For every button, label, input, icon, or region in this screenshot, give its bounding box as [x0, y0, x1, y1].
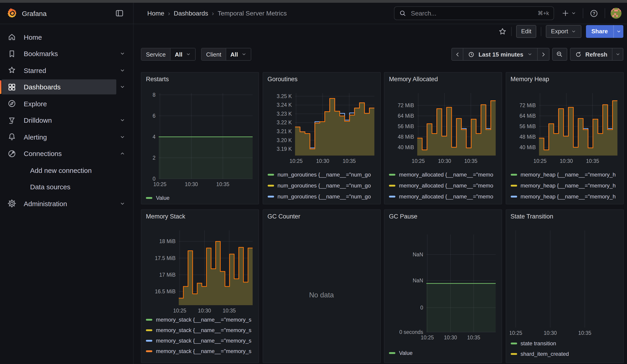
y-axis-label: 0	[153, 176, 156, 182]
x-axis-label: 10:35	[216, 181, 230, 187]
legend-item[interactable]: memory_allocated {__name__="memo	[389, 169, 500, 180]
panel-memory_allocated[interactable]: Memory Allocated72 MiB64 MiB56 MiB48 MiB…	[384, 72, 502, 204]
chart-plot[interactable]: 18 MiB17.5 MiB17 MiB16.5 MiB10:2510:3010…	[145, 223, 256, 317]
chevron-down-icon[interactable]	[119, 117, 125, 123]
help-icon[interactable]: ?	[587, 9, 601, 18]
legend-item[interactable]: num_goroutines {__name__="num_go	[267, 191, 378, 202]
panel-title[interactable]: GC Counter	[263, 210, 380, 220]
window-top-strip	[0, 0, 627, 3]
client-filter-label: Client	[202, 48, 226, 60]
edit-button-label: Edit	[521, 28, 531, 35]
time-range-picker[interactable]: Last 15 minutes	[464, 48, 538, 61]
breadcrumb-dashboards[interactable]: Dashboards	[174, 9, 208, 17]
panel-restarts[interactable]: Restarts8642010:2510:3010:35Value	[141, 72, 259, 204]
panel-gc_counter[interactable]: GC CounterNo data	[262, 209, 380, 363]
legend-item[interactable]: memory_allocated {__name__="memo	[389, 180, 500, 191]
legend-item[interactable]: Value	[146, 193, 257, 204]
sidebar-toggle-icon[interactable]	[112, 9, 127, 18]
legend-item[interactable]: Value	[389, 348, 500, 359]
add-button[interactable]	[559, 9, 579, 17]
chart-plot[interactable]: 3.25 K3.24 K3.23 K3.22 K3.21 K3.20 K3.19…	[266, 85, 377, 167]
search-input[interactable]	[410, 9, 534, 17]
sidebar-item-drilldown[interactable]: Drilldown	[0, 112, 133, 129]
x-axis-label: 10:30	[316, 158, 329, 164]
share-dropdown-caret[interactable]	[613, 25, 623, 38]
grafana-logo[interactable]	[7, 8, 17, 18]
legend-item[interactable]: num_goroutines {__name__="num_go	[267, 202, 378, 204]
legend-label: state transition	[521, 340, 556, 346]
search-box[interactable]: ⌘+k	[394, 6, 554, 20]
panel-title[interactable]: Memory Stack	[141, 210, 259, 220]
service-filter-value[interactable]: All	[171, 48, 195, 60]
chart-plot[interactable]: 72 MiB64 MiB56 MiB48 MiB40 MiB10:2510:30…	[388, 85, 499, 167]
y-axis-label: 3.22 K	[277, 119, 292, 125]
legend-item[interactable]: shard_item_created	[511, 349, 621, 359]
export-button[interactable]: Export	[546, 25, 581, 38]
chevron-down-icon[interactable]	[119, 201, 125, 207]
sidebar-item-explore[interactable]: Explore	[0, 95, 133, 112]
panel-title[interactable]: GC Pause	[384, 210, 502, 220]
edit-button[interactable]: Edit	[516, 25, 536, 38]
legend-item[interactable]: num_goroutines {__name__="num_go	[267, 180, 378, 191]
legend-item[interactable]: memory_heap {__name__="memory_h	[511, 180, 621, 191]
service-filter-label: Service	[141, 48, 171, 60]
sidebar-item-add-new-connection[interactable]: Add new connection	[0, 162, 133, 179]
breadcrumb-home[interactable]: Home	[147, 9, 164, 17]
legend-label: Value	[156, 195, 170, 201]
chart-plot[interactable]: 8642010:2510:3010:35	[145, 85, 256, 191]
panel-title[interactable]: Goroutines	[263, 73, 380, 83]
sidebar-item-bookmarks[interactable]: Bookmarks	[0, 45, 133, 62]
sidebar-item-administration[interactable]: Administration	[0, 195, 133, 212]
chevron-up-icon[interactable]	[119, 151, 125, 157]
chart-plot[interactable]: 10:2510:3010:35	[510, 223, 620, 339]
refresh-button[interactable]: Refresh	[570, 48, 612, 61]
legend-item[interactable]: memory_stack {__name__="memory_s	[146, 325, 257, 335]
sidebar-item-connections[interactable]: Connections	[0, 145, 133, 162]
panel-memory_heap[interactable]: Memory Heap72 MiB64 MiB56 MiB48 MiB40 Mi…	[506, 72, 624, 204]
legend-item[interactable]: memory_stack {__name__="memory_s	[146, 314, 257, 325]
legend-swatch	[146, 329, 152, 331]
client-filter-value[interactable]: All	[226, 48, 251, 60]
chevron-down-icon[interactable]	[119, 51, 125, 57]
legend-item[interactable]: memory_heap {__name__="memory_h	[511, 202, 621, 204]
legend-item[interactable]: num_goroutines {__name__="num_go	[267, 169, 378, 180]
zoom-out-icon[interactable]	[552, 48, 567, 61]
panel-goroutines[interactable]: Goroutines3.25 K3.24 K3.23 K3.22 K3.21 K…	[262, 72, 380, 204]
y-axis-label: 72 MiB	[519, 103, 536, 108]
chevron-down-icon[interactable]	[119, 84, 125, 90]
sidebar-item-data-sources[interactable]: Data sources	[0, 179, 133, 195]
legend-item[interactable]: memory_heap {__name__="memory_h	[511, 191, 621, 202]
time-shift-forward-button[interactable]	[537, 48, 549, 61]
refresh-interval-caret[interactable]	[612, 48, 623, 61]
panel-state_transition[interactable]: State Transition10:2510:3010:35state tra…	[506, 209, 624, 363]
legend-item[interactable]: memory_allocated {__name__="memo	[389, 202, 500, 204]
legend-item[interactable]: memory_heap {__name__="memory_h	[511, 169, 621, 180]
chevron-down-icon[interactable]	[119, 67, 125, 73]
panel-memory_stack[interactable]: Memory Stack18 MiB17.5 MiB17 MiB16.5 MiB…	[141, 209, 259, 363]
legend-swatch	[389, 174, 395, 176]
panel-title[interactable]: State Transition	[506, 210, 623, 220]
sidebar-item-alerting[interactable]: Alerting	[0, 129, 133, 145]
legend-item[interactable]: memory_stack {__name__="memory_s	[146, 335, 257, 346]
x-axis-label: 10:25	[510, 330, 522, 336]
chart-plot[interactable]: 72 MiB64 MiB56 MiB48 MiB40 MiB10:2510:30…	[510, 85, 620, 167]
user-avatar[interactable]	[611, 8, 622, 19]
panel-gc_pause[interactable]: GC PauseNaNNaN00 seconds10:2510:3010:35V…	[384, 209, 502, 363]
panel-title[interactable]: Memory Allocated	[384, 73, 502, 83]
sidebar-item-home[interactable]: Home	[0, 29, 133, 45]
sidebar-item-dashboards[interactable]: Dashboards	[0, 79, 133, 95]
chevron-down-icon[interactable]	[119, 134, 125, 140]
legend-swatch	[146, 197, 152, 199]
legend-label: memory_heap {__name__="memory_h	[521, 193, 616, 200]
legend-item[interactable]: memory_stack {__name__="memory_s	[146, 346, 257, 356]
time-shift-back-button[interactable]	[452, 48, 464, 61]
share-button[interactable]: Share	[586, 25, 613, 38]
sidebar-item-label: Connections	[24, 150, 62, 157]
legend-item[interactable]: state transition	[511, 338, 621, 349]
favorite-star-icon[interactable]	[498, 27, 507, 35]
chart-plot[interactable]: NaNNaN00 seconds10:2510:3010:35	[388, 223, 499, 344]
panel-title[interactable]: Restarts	[141, 73, 259, 83]
panel-title[interactable]: Memory Heap	[506, 73, 623, 83]
sidebar-item-starred[interactable]: Starred	[0, 62, 133, 79]
legend-item[interactable]: memory_allocated {__name__="memo	[389, 191, 500, 202]
